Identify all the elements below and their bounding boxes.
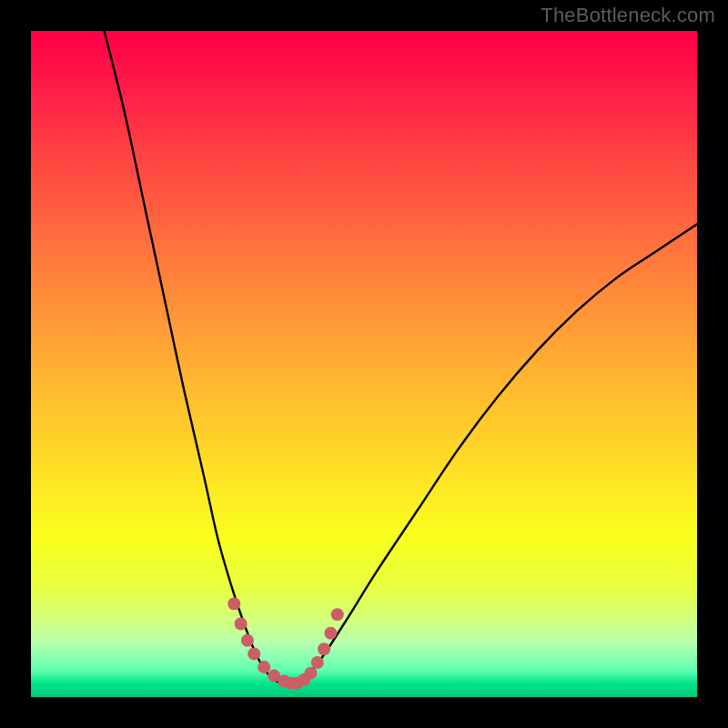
chart-svg <box>31 31 697 697</box>
valley-marker <box>304 667 317 680</box>
valley-marker <box>258 661 270 673</box>
valley-marker <box>331 608 344 621</box>
valley-markers <box>228 598 343 690</box>
chart-frame: TheBottleneck.com <box>0 0 728 728</box>
watermark-text: TheBottleneck.com <box>541 4 715 27</box>
valley-marker <box>235 617 248 630</box>
valley-marker <box>248 647 260 660</box>
plot-area <box>31 31 697 697</box>
curve-right-branch <box>298 224 697 683</box>
curve-left-branch <box>105 31 298 684</box>
valley-marker <box>228 598 240 611</box>
valley-marker <box>311 656 324 669</box>
valley-marker <box>324 627 337 640</box>
valley-marker <box>241 634 254 647</box>
valley-marker <box>318 642 330 655</box>
